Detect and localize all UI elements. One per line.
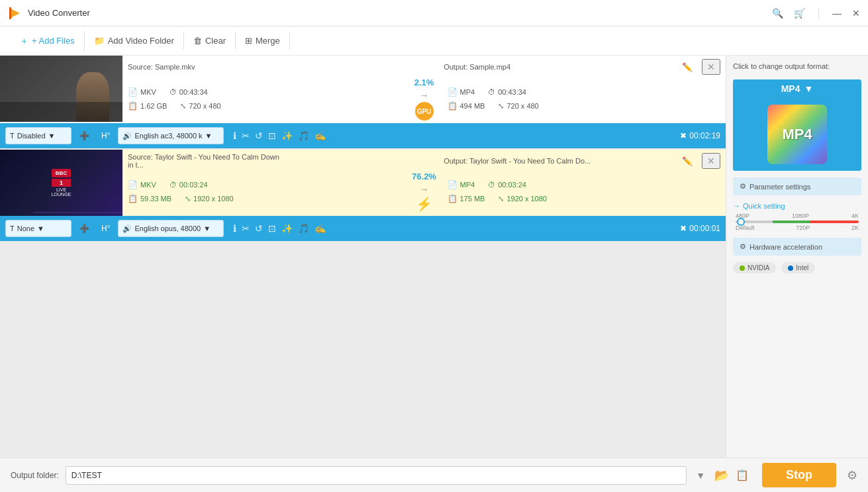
format-big-icon: MP4 — [767, 105, 827, 164]
gpu-row: NVIDIA Intel — [733, 262, 861, 273]
search-btn[interactable]: 🔍 — [772, 8, 783, 19]
output-format-2: 📄 MP4 ⏱ 00:03:24 — [448, 179, 721, 191]
audio-chevron-2: ▼ — [203, 224, 211, 232]
nvidia-chip[interactable]: NVIDIA — [733, 262, 776, 273]
source-res-icon-1: ⤡ — [180, 102, 186, 111]
format-hint: Click to change output format: — [733, 62, 861, 70]
file-edit-icons-2: ℹ ✂ ↺ ⊡ ✨ 🎵 ✍ — [233, 223, 326, 234]
svg-marker-0 — [11, 9, 20, 18]
subtitle-chevron-2: ▼ — [37, 224, 44, 232]
format-selector[interactable]: MP4 ▼ MP4 — [733, 79, 861, 171]
quality-labels-top: 480P 1080P 4K — [736, 213, 859, 219]
audio-icon-1: 🔊 — [122, 132, 132, 140]
audio-edit-icon-1[interactable]: 🎵 — [298, 130, 309, 141]
copy-path-btn[interactable]: 📋 — [736, 469, 749, 481]
bottom-bar: Output folder: ▼ 📂 📋 Stop ⚙ — [0, 458, 868, 492]
close-file-2[interactable]: ✕ — [702, 153, 720, 169]
param-settings-btn[interactable]: ⚙ Parameter settings — [733, 177, 861, 195]
folder-icon: 📁 — [94, 36, 105, 46]
main-area: Source: Sample.mkv Output: Sample.mp4 ✏️… — [0, 56, 868, 458]
rotate-icon-2[interactable]: ↺ — [255, 223, 263, 234]
cart-btn[interactable]: 🛒 — [794, 8, 805, 19]
minimize-btn[interactable]: — — [832, 8, 842, 19]
convert-arrow-2: 76.2% → ⚡ — [401, 172, 448, 212]
quality-labels-bottom: Default 720P 2K — [736, 224, 859, 231]
add-files-button[interactable]: ＋ + Add Files — [11, 31, 85, 51]
source-size-2: 📋 59.33 MB ⤡ 1920 x 1080 — [128, 193, 401, 205]
out-dur-icon-2: ⏱ — [488, 181, 495, 189]
audio-chevron-1: ▼ — [205, 132, 213, 140]
merge-icon: ⊞ — [245, 36, 252, 46]
rotate-icon-1[interactable]: ↺ — [255, 130, 263, 141]
audio-edit-icon-2[interactable]: 🎵 — [298, 223, 309, 234]
convert-arrow-1: 2.1% → GPU — [401, 77, 448, 121]
res-icon-2: ⤡ — [185, 195, 191, 203]
trash-icon: 🗑 — [193, 36, 202, 46]
sub-edit-icon-2[interactable]: ✍ — [314, 223, 326, 234]
crop-icon-2[interactable]: ⊡ — [268, 223, 276, 234]
format-icon-2: 📄 — [128, 180, 138, 189]
edit-output-2[interactable]: ✏️ — [678, 155, 697, 168]
intel-chip[interactable]: Intel — [781, 262, 815, 273]
source-duration-icon-1: ⏱ — [169, 88, 177, 96]
thumbnail-1 — [0, 56, 122, 122]
close-btn[interactable]: ✕ — [852, 8, 860, 19]
out-format-icon-2: 📄 — [448, 180, 458, 189]
out-duration-icon-1: ⏱ — [488, 88, 495, 96]
lightning-badge-2: ⚡ — [416, 196, 432, 212]
subtitle-icon-2: T — [10, 224, 15, 232]
app-logo — [8, 6, 23, 21]
info-icon-1[interactable]: ℹ — [233, 130, 236, 141]
cut-icon-1[interactable]: ✂ — [242, 130, 250, 141]
quality-thumb[interactable] — [737, 218, 745, 226]
output-label-2: Output: Taylor Swift - You Need To Calm … — [444, 157, 673, 165]
clear-button[interactable]: 🗑 Clear — [184, 32, 236, 50]
cut-icon-2[interactable]: ✂ — [242, 223, 250, 234]
sub-edit-icon-1[interactable]: ✍ — [314, 130, 326, 141]
crop-icon-1[interactable]: ⊡ — [268, 130, 276, 141]
output-path-input[interactable] — [66, 466, 687, 485]
file-list: Source: Sample.mkv Output: Sample.mp4 ✏️… — [0, 56, 726, 458]
effects-icon-2[interactable]: ✨ — [281, 223, 293, 234]
hw-accel-btn[interactable]: ⚙ Hardware acceleration — [733, 238, 861, 256]
open-folder-btn[interactable]: 📂 — [714, 468, 729, 483]
info-icon-2[interactable]: ℹ — [233, 223, 236, 234]
audio-dropdown-2[interactable]: 🔊 English opus, 48000 ▼ — [118, 220, 224, 237]
settings-btn[interactable]: ⚙ — [847, 468, 857, 483]
subtitle-dropdown-2[interactable]: T None ▼ — [5, 220, 72, 237]
hw-icon: ⚙ — [740, 242, 746, 251]
edit-output-1[interactable]: ✏️ — [678, 61, 697, 74]
path-dropdown-icon[interactable]: ▼ — [696, 470, 705, 481]
file-content-2: Source: Taylor Swift - You Need To Calm … — [122, 150, 726, 216]
stop-button[interactable]: Stop — [762, 463, 836, 487]
file-row-2: BBC 1 LIVELOUNGE Source: Taylor Swift - … — [0, 150, 726, 216]
plus-icon: ＋ — [20, 35, 28, 47]
add-video-folder-button[interactable]: 📁 Add Video Folder — [85, 32, 184, 50]
audio-icon-2: 🔊 — [122, 224, 132, 233]
thumbnail-2: BBC 1 LIVELOUNGE — [0, 150, 122, 216]
add-subtitle-btn-1[interactable]: ➕ — [75, 129, 93, 142]
add-subtitle-btn-2[interactable]: ➕ — [75, 222, 93, 235]
size-icon-2: 📋 — [128, 194, 138, 203]
source-label-2: Source: Taylor Swift - You Need To Calm … — [128, 153, 281, 169]
out-size-icon-1: 📋 — [448, 101, 458, 111]
clock-icon-2: ✖ — [680, 224, 687, 233]
right-panel: Click to change output format: MP4 ▼ MP4… — [726, 56, 868, 458]
gpu-badge-1: GPU — [415, 102, 434, 121]
source-size-1: 📋 1.62 GB ⤡ 720 x 480 — [128, 100, 401, 112]
close-file-1[interactable]: ✕ — [702, 59, 720, 75]
quality-slider-container: 480P 1080P 4K Default 720P 2K — [733, 213, 861, 231]
merge-button[interactable]: ⊞ Merge — [236, 32, 290, 50]
window-controls: 🔍 🛒 — ✕ — [772, 7, 860, 19]
hw-btn-1[interactable]: H° — [97, 129, 114, 142]
audio-dropdown-1[interactable]: 🔊 English ac3, 48000 k ▼ — [118, 127, 224, 144]
subtitle-dropdown-1[interactable]: T Disabled ▼ — [5, 127, 72, 144]
quick-setting-section: → Quick setting 480P 1080P 4K Default 72… — [733, 202, 861, 231]
quality-slider[interactable] — [736, 221, 859, 223]
svg-rect-1 — [9, 7, 11, 19]
title-bar: Video Converter 🔍 🛒 — ✕ — [0, 0, 868, 26]
effects-icon-1[interactable]: ✨ — [281, 130, 293, 141]
hw-btn-2[interactable]: H° — [97, 222, 114, 235]
source-format-2: 📄 MKV ⏱ 00:03:24 — [128, 179, 401, 191]
subtitle-chevron-1: ▼ — [48, 132, 56, 140]
